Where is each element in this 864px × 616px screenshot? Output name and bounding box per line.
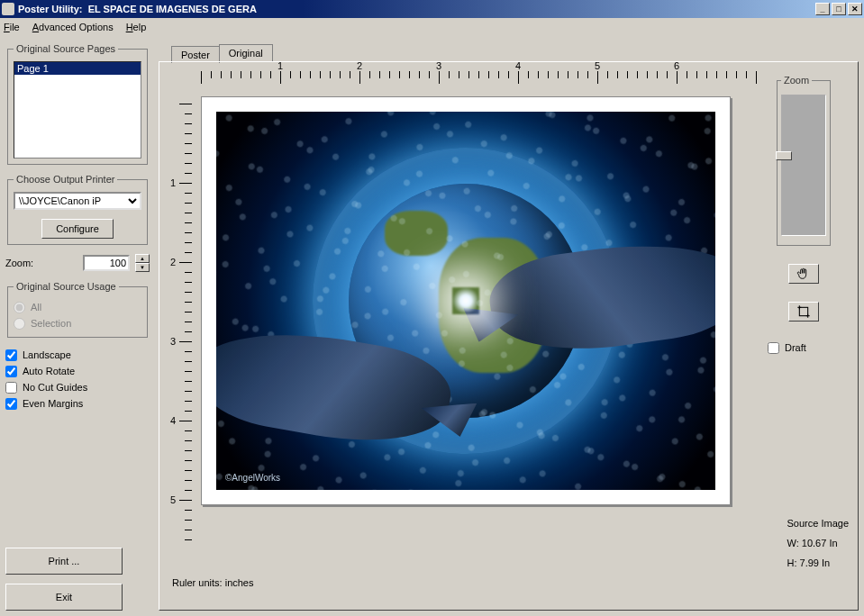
close-button[interactable]: ✕ bbox=[848, 3, 862, 15]
app-title: Poster Utility: EL SPACE DE IMAGENES DE … bbox=[18, 4, 257, 14]
minimize-button[interactable]: _ bbox=[815, 3, 830, 15]
maximize-button[interactable]: □ bbox=[832, 3, 846, 15]
menu-file[interactable]: File bbox=[4, 22, 20, 32]
menu-advanced[interactable]: Advanced Options bbox=[32, 22, 114, 32]
app-icon bbox=[2, 3, 14, 15]
menu-help[interactable]: Help bbox=[126, 22, 147, 32]
menu-bar: File Advanced Options Help bbox=[0, 18, 864, 36]
title-bar: Poster Utility: EL SPACE DE IMAGENES DE … bbox=[0, 0, 864, 18]
